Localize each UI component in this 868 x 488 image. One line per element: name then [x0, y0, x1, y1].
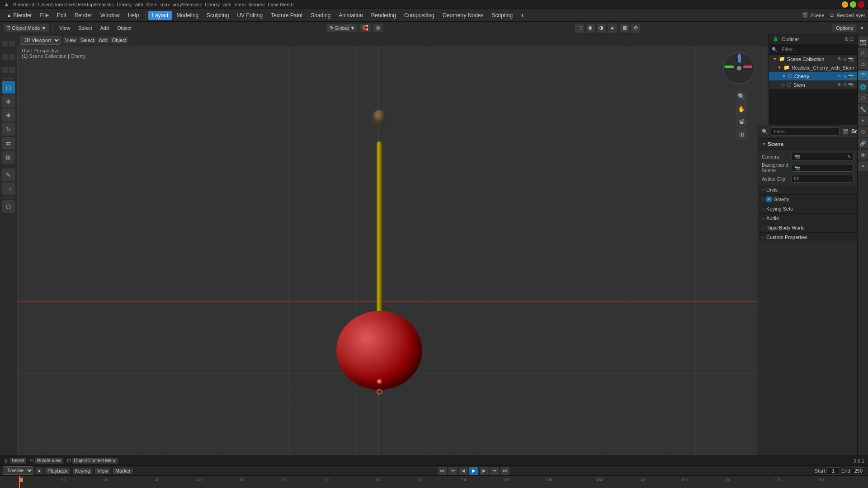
menu-blender[interactable]: ▲ Blender	[3, 11, 36, 20]
workspace-shading[interactable]: Shading	[307, 11, 334, 20]
view-icon-3[interactable]	[2, 54, 8, 60]
workspace-layout[interactable]: Layout	[148, 11, 172, 20]
timeline-ruler[interactable]: 1 1 10 20 30 40 50 60 70 80 90 100 110 1…	[0, 476, 868, 488]
rigid-body-world-section[interactable]: ▷ Rigid Body World	[758, 223, 857, 233]
gizmo-btn[interactable]: ⊕	[631, 23, 640, 33]
keying-sets-section[interactable]: ▷ Keying Sets	[758, 204, 857, 214]
gravity-checkbox[interactable]: ✓	[766, 197, 772, 202]
view-icon-2[interactable]	[9, 41, 15, 47]
background-scene-value[interactable]: 📷	[792, 164, 854, 172]
workspace-modeling[interactable]: Modeling	[173, 11, 202, 20]
jump-end-btn[interactable]: ⏭	[500, 467, 509, 475]
nav-gizmo[interactable]: X Y Z	[723, 52, 760, 89]
workspace-animation[interactable]: Animation	[335, 11, 366, 20]
world-properties-icon[interactable]: 🌐	[858, 82, 868, 92]
camera-value-container[interactable]: 📷 ✎	[792, 153, 854, 160]
eye-icon-3[interactable]: 👁	[837, 74, 842, 79]
annotate-tool-btn[interactable]: ✎	[2, 169, 15, 181]
marker-menu[interactable]: Marker	[113, 468, 133, 474]
overlay-btn[interactable]: ▦	[620, 23, 629, 33]
workspace-compositing[interactable]: Compositing	[401, 11, 438, 20]
keying-menu[interactable]: Keying	[73, 468, 93, 474]
toolbar-view[interactable]: View	[57, 24, 73, 32]
render-icon-3[interactable]: 📷	[848, 74, 854, 79]
eye-icon-1[interactable]: 👁	[837, 56, 842, 61]
outliner-item-realistic-cherry[interactable]: ▼ 📁 Realistic_Cherry_with_Stem 👁 ⊕ 📷	[769, 63, 857, 72]
render-properties-icon[interactable]: 📷	[858, 37, 868, 47]
toolbar-select[interactable]: Select	[75, 24, 95, 32]
object-properties-icon[interactable]: ⬡	[858, 93, 868, 103]
workspace-geometry-nodes[interactable]: Geometry Nodes	[439, 11, 487, 20]
render-icon-4[interactable]: 📷	[848, 82, 854, 87]
cursor-tool-btn[interactable]: ⊕	[2, 95, 15, 108]
prev-keyframe-btn[interactable]: ⬅	[448, 467, 458, 475]
outliner-item-cherry[interactable]: ▼ ⬡ Cherry 👁 ⊕ 📷	[769, 72, 857, 80]
pan-tool-btn[interactable]: ✋	[736, 103, 747, 115]
solid-btn[interactable]: ◉	[586, 23, 595, 33]
workspace-rendering[interactable]: Rendering	[368, 11, 400, 20]
active-clip-value[interactable]: 🎞	[792, 175, 854, 183]
timeline-editor-selector[interactable]: Timeline	[3, 466, 33, 475]
outliner-display-btn[interactable]: ⊟	[849, 36, 854, 42]
editor-type-selector[interactable]: 3D Viewport	[20, 36, 61, 45]
camera-edit-btn[interactable]: ✎	[847, 154, 851, 159]
object-mode-selector[interactable]: ⊡ Object Mode ▼	[4, 24, 49, 32]
particles-icon-btn[interactable]: ✦	[858, 116, 868, 126]
start-frame-input[interactable]: 1	[826, 467, 840, 474]
menu-file[interactable]: File	[37, 11, 52, 20]
cursor-icon-4[interactable]: ⊕	[843, 82, 847, 87]
view-icon-1[interactable]	[2, 41, 8, 47]
transform-orientation[interactable]: ⊕ Global ▼	[326, 24, 358, 32]
object-menu[interactable]: Object	[110, 37, 128, 43]
view-icon-5[interactable]	[2, 67, 8, 73]
add-primitive-btn[interactable]: ⬡	[2, 200, 15, 213]
toolbar-object[interactable]: Object	[114, 24, 134, 32]
end-frame-input[interactable]: 250	[852, 467, 865, 474]
outliner-filter-btn[interactable]: ⊞	[844, 36, 849, 42]
camera-view-btn[interactable]: 📽	[736, 116, 747, 127]
workspace-add[interactable]: +	[517, 11, 528, 20]
menu-edit[interactable]: Edit	[53, 11, 70, 20]
proportional-edit[interactable]: ◎	[373, 24, 383, 32]
move-tool-btn[interactable]: ✥	[2, 109, 15, 122]
gravity-section[interactable]: ▷ ✓ Gravity	[758, 195, 857, 204]
menu-window[interactable]: Window	[97, 11, 123, 20]
close-button[interactable]: ✕	[858, 1, 864, 8]
next-keyframe-btn[interactable]: ➡	[490, 467, 499, 475]
jump-start-btn[interactable]: ⏮	[438, 467, 447, 475]
add-menu[interactable]: Add	[97, 37, 109, 43]
next-frame-btn[interactable]: ▶	[480, 467, 489, 475]
object-data-icon-btn[interactable]: ◉	[858, 150, 868, 160]
menu-render[interactable]: Render	[71, 11, 96, 20]
render-icon-1[interactable]: 📷	[848, 56, 854, 61]
cursor-icon-3[interactable]: ⊕	[843, 74, 847, 79]
material-preview-btn[interactable]: ◑	[597, 23, 606, 33]
playback-menu[interactable]: Playback	[45, 468, 70, 474]
outliner-search-input[interactable]	[779, 46, 854, 53]
play-btn[interactable]: ▶	[469, 467, 478, 475]
properties-search-input[interactable]	[771, 127, 840, 136]
view-icon-4[interactable]	[9, 54, 15, 60]
zoom-tool-btn[interactable]: 🔍	[736, 90, 747, 102]
modifier-properties-icon[interactable]: 🔧	[858, 104, 868, 114]
constraints-icon-btn[interactable]: 🔗	[858, 138, 868, 148]
view-layer-properties-icon[interactable]: 🗂	[858, 59, 868, 69]
measure-tool-btn[interactable]: ⊣	[2, 183, 15, 195]
select-menu[interactable]: Select	[79, 37, 96, 43]
minimize-button[interactable]: —	[842, 1, 848, 8]
snap-toggle[interactable]: 🧲	[359, 24, 371, 32]
maximize-button[interactable]: □	[850, 1, 856, 8]
workspace-scripting[interactable]: Scripting	[488, 11, 516, 20]
eye-icon-4[interactable]: 👁	[837, 82, 842, 87]
audio-section[interactable]: ▷ Audio	[758, 214, 857, 223]
toolbar-add[interactable]: Add	[98, 24, 112, 32]
workspace-sculpting[interactable]: Sculpting	[203, 11, 232, 20]
outliner-item-stem[interactable]: ▷ ⬡ Stem 👁 ⊕ 📷	[769, 80, 857, 89]
timeline-view-menu[interactable]: View	[95, 468, 110, 474]
workspace-uv-editing[interactable]: UV Editing	[233, 11, 266, 20]
transform-tool-btn[interactable]: ⊞	[2, 151, 15, 164]
options-button[interactable]: Options	[832, 24, 857, 32]
view-menu[interactable]: View	[63, 37, 78, 43]
workspace-texture-paint[interactable]: Texture Paint	[267, 11, 306, 20]
outliner-item-scene-collection[interactable]: ▼ 📁 Scene Collection 👁 ⊕ 📷	[769, 55, 857, 63]
